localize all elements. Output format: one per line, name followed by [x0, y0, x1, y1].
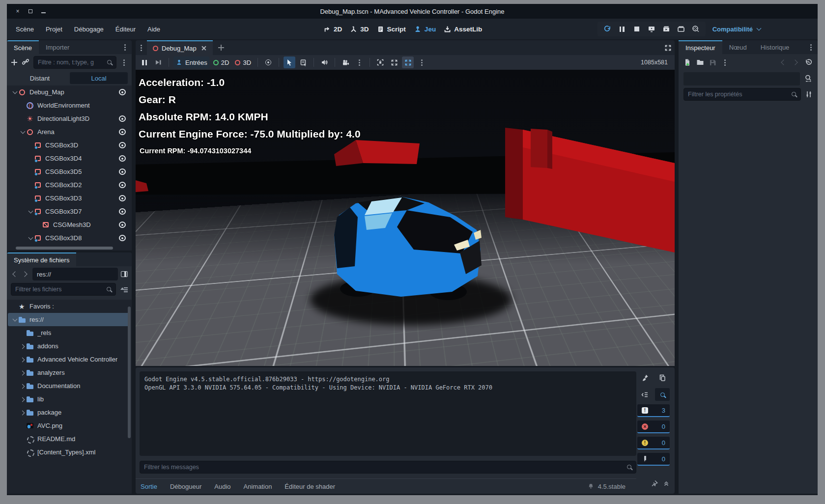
expand-bottom-panel-icon[interactable] [663, 480, 670, 487]
embed-keep-aspect-button[interactable] [374, 56, 386, 68]
expand-arrow-icon[interactable] [28, 209, 34, 214]
renderer-dropdown[interactable]: Compatibilité [712, 26, 763, 33]
select-mode-2d-button[interactable]: 2D [211, 56, 231, 68]
remote-debug-button[interactable] [646, 24, 657, 34]
expand-arrow-icon[interactable] [20, 344, 27, 349]
expand-arrow-icon[interactable] [12, 90, 19, 95]
diagnostic-counter[interactable]: 0 [637, 420, 670, 433]
expand-arrow-icon[interactable] [12, 317, 19, 322]
copy-output-button[interactable] [655, 371, 670, 384]
save-resource-icon[interactable] [709, 59, 716, 66]
scene-tree-row[interactable]: CSGBox3D8 [8, 231, 131, 245]
scene-tree-row[interactable]: CSGBox3D4 [8, 152, 131, 165]
bottom-panel-tab[interactable]: Animation [244, 483, 272, 490]
scene-tree-row[interactable]: DirectionalLight3D [8, 112, 131, 125]
file-tree-row[interactable]: _rels [8, 326, 131, 339]
remote-button[interactable]: Distant [11, 72, 69, 84]
visibility-toggle-icon[interactable] [119, 208, 126, 215]
file-tree-row[interactable]: README.md [8, 432, 131, 446]
override-camera-button[interactable] [262, 56, 274, 68]
add-node-button[interactable] [11, 59, 18, 66]
clear-output-button[interactable] [637, 371, 652, 384]
new-resource-icon[interactable] [683, 58, 691, 66]
menu-item[interactable]: Aide [142, 23, 165, 35]
horizontal-scrollbar[interactable] [16, 247, 113, 250]
instance-scene-icon[interactable] [22, 59, 29, 66]
message-filter-input[interactable] [140, 461, 636, 473]
load-resource-folder-icon[interactable] [696, 59, 704, 66]
vertical-scrollbar[interactable] [128, 307, 131, 438]
tab-scene[interactable]: Scène [7, 40, 39, 54]
menu-item[interactable]: Scène [11, 23, 39, 35]
selection-mode-button[interactable] [284, 56, 295, 68]
edit-forward-icon[interactable] [792, 58, 800, 66]
collapse-duplicates-button[interactable] [637, 388, 652, 401]
pause-button[interactable] [616, 24, 628, 34]
visibility-toggle-icon[interactable] [119, 235, 126, 241]
scene-tree-row[interactable]: CSGBox3D2 [8, 178, 131, 192]
movie-maker-button[interactable] [690, 24, 702, 34]
file-tree-row[interactable]: AVC.png [8, 419, 131, 432]
pause-game-button[interactable] [139, 56, 150, 68]
expand-arrow-icon[interactable] [20, 384, 27, 389]
tab-inspector[interactable]: Inspecteur [679, 40, 722, 54]
visibility-toggle-icon[interactable] [119, 222, 126, 228]
mode-assetlib-button[interactable]: AssetLib [444, 26, 482, 33]
file-tree-row[interactable]: lib [8, 392, 131, 406]
property-filter-input[interactable] [684, 88, 800, 100]
dock-menu-icon[interactable] [124, 47, 126, 48]
property-tools-icon[interactable] [805, 90, 813, 98]
tab-import[interactable]: Importer [39, 40, 76, 54]
file-tree-row[interactable]: addons [8, 339, 131, 353]
file-tree-row[interactable]: analyzers [8, 366, 131, 379]
local-button[interactable]: Local [70, 72, 128, 84]
scene-tree-row[interactable]: WorldEnvironment [8, 99, 131, 112]
visibility-toggle-icon[interactable] [119, 155, 126, 162]
tab-filesystem[interactable]: Système de fichiers [7, 252, 76, 266]
expand-arrow-icon[interactable] [28, 236, 34, 241]
scene-tabs-menu-icon[interactable] [141, 47, 142, 49]
restart-button[interactable] [601, 24, 613, 34]
resource-menu-icon[interactable] [724, 62, 726, 63]
bottom-panel-tab[interactable]: Audio [214, 483, 230, 490]
close-tab-icon[interactable] [201, 45, 207, 51]
file-tree-row[interactable]: Favoris : [8, 300, 131, 313]
file-tree-row[interactable]: Documentation [8, 379, 131, 392]
file-tree-row[interactable]: package [8, 406, 131, 419]
menu-item[interactable]: Projet [41, 23, 67, 35]
next-frame-button[interactable] [152, 56, 164, 68]
visibility-toggle-icon[interactable] [119, 115, 126, 122]
pin-panel-icon[interactable] [651, 480, 658, 487]
diagnostic-counter[interactable]: 0 [637, 437, 670, 449]
scene-tree-row[interactable]: CSGMesh3D [8, 218, 131, 231]
edit-history-icon[interactable] [805, 58, 813, 66]
bottom-panel-tab[interactable]: Sortie [141, 483, 157, 490]
expand-arrow-icon[interactable] [20, 357, 27, 362]
sort-files-icon[interactable] [120, 286, 128, 293]
file-tree-row[interactable]: [Content_Types].xml [8, 446, 131, 459]
current-path[interactable]: res:// [32, 268, 118, 280]
scene-tree-row[interactable]: CSGBox3D [8, 139, 131, 152]
edit-back-icon[interactable] [779, 58, 787, 66]
scene-tree-row[interactable]: Debug_Map [8, 85, 131, 99]
expand-viewport-icon[interactable] [664, 44, 672, 52]
file-filter-input[interactable] [11, 283, 115, 295]
embed-fullsize-button[interactable] [402, 56, 414, 68]
notification-bell-icon[interactable] [588, 483, 594, 490]
scene-tree-row[interactable]: CSGBox3D5 [8, 165, 131, 178]
file-tree-row[interactable]: Advanced Vehicle Controller [8, 353, 131, 366]
visibility-toggle-icon[interactable] [119, 129, 126, 135]
bottom-panel-tab[interactable]: Éditeur de shader [284, 483, 335, 490]
camera-preview-button[interactable] [340, 56, 351, 68]
list-selection-button[interactable] [297, 56, 309, 68]
camera-options-menu[interactable] [353, 56, 365, 68]
scene-filter-input[interactable] [34, 56, 116, 68]
mode-game-button[interactable]: Jeu [414, 26, 436, 33]
visibility-toggle-icon[interactable] [119, 168, 126, 175]
scene-tree-menu-icon[interactable] [123, 62, 125, 63]
tab-history[interactable]: Historique [754, 40, 797, 54]
scene-tree-row[interactable]: CSGBox3D3 [8, 192, 131, 205]
embed-stretch-button[interactable] [388, 56, 400, 68]
scene-tree-row[interactable]: CSGBox3D7 [8, 205, 131, 218]
bottom-panel-tab[interactable]: Débogueur [170, 483, 201, 490]
